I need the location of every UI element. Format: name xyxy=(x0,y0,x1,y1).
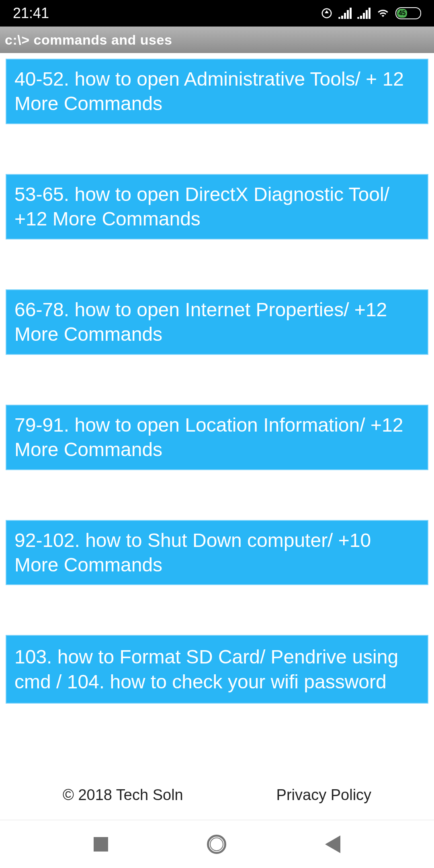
footer: © 2018 Tech Soln Privacy Policy xyxy=(0,776,434,820)
battery-icon: 45 xyxy=(395,7,421,19)
list-item-shutdown[interactable]: 92-102. how to Shut Down computer/ +10 M… xyxy=(6,520,428,585)
status-time: 21:41 xyxy=(13,5,49,22)
copyright-text: © 2018 Tech Soln xyxy=(63,786,183,804)
list-item-internet-properties[interactable]: 66-78. how to open Internet Properties/ … xyxy=(6,289,428,355)
list-item-format-sd[interactable]: 103. how to Format SD Card/ Pendrive usi… xyxy=(6,635,428,704)
recent-apps-button[interactable] xyxy=(94,837,108,852)
list-item-directx[interactable]: 53-65. how to open DirectX Diagnostic To… xyxy=(6,174,428,240)
app-bar: c:\> commands and uses xyxy=(0,27,434,53)
app-title: c:\> commands and uses xyxy=(5,32,172,48)
battery-level: 45 xyxy=(397,9,407,18)
alarm-icon xyxy=(321,7,333,19)
status-icons: 45 xyxy=(321,7,421,19)
android-nav-bar xyxy=(0,820,434,868)
signal-icon-1 xyxy=(338,8,352,19)
back-button[interactable] xyxy=(325,835,340,853)
wifi-icon xyxy=(376,8,390,19)
signal-icon-2 xyxy=(357,8,371,19)
list-item-admin-tools[interactable]: 40-52. how to open Administrative Tools/… xyxy=(6,59,428,124)
privacy-policy-link[interactable]: Privacy Policy xyxy=(276,786,372,804)
home-button[interactable] xyxy=(207,835,226,854)
list-item-location-info[interactable]: 79-91. how to open Location Information/… xyxy=(6,405,428,470)
status-bar: 21:41 45 xyxy=(0,0,434,27)
main-content[interactable]: 40-52. how to open Administrative Tools/… xyxy=(0,53,434,776)
